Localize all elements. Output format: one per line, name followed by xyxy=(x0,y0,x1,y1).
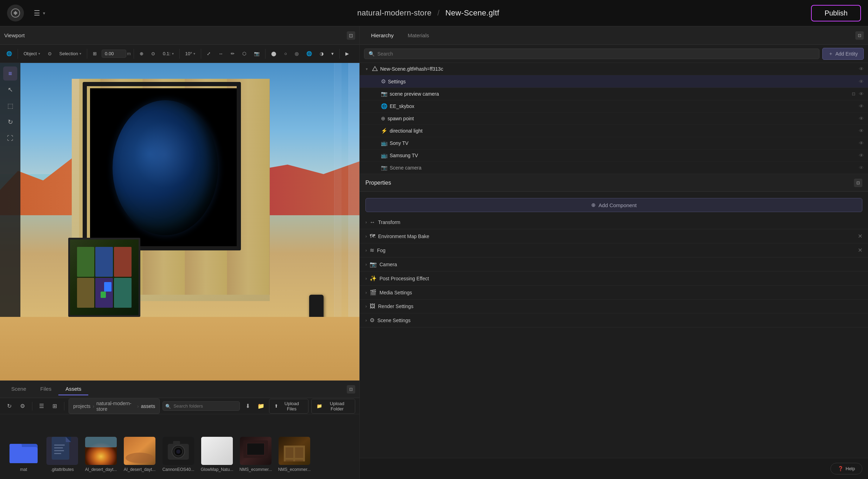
search-icon: 🔍 xyxy=(369,51,375,57)
assets-maximize[interactable]: ⊡ xyxy=(347,385,355,394)
tab-hierarchy[interactable]: Hierarchy xyxy=(364,30,401,41)
hierarchy-item[interactable]: ⊕ spawn point 👁 xyxy=(360,113,868,125)
tool-transform[interactable]: ⬚ xyxy=(3,99,17,113)
search-input[interactable] xyxy=(377,51,815,57)
settings-btn[interactable]: ⚙ xyxy=(17,401,27,412)
hierarchy-item-label: Sony TV xyxy=(390,140,857,146)
sphere-btn[interactable]: ⬤ xyxy=(268,50,279,58)
tab-scene[interactable]: Scene xyxy=(4,383,33,395)
tab-files[interactable]: Files xyxy=(33,383,59,395)
visibility-icon[interactable]: 👁 xyxy=(859,103,864,109)
pen-btn[interactable]: ✏ xyxy=(228,50,237,58)
asset-item[interactable]: mat xyxy=(4,434,43,475)
hierarchy-item[interactable]: 🌐 EE_skybox 👁 xyxy=(360,100,868,113)
transform-btn[interactable]: ⤢ xyxy=(204,50,213,58)
expand-icon xyxy=(373,91,379,97)
svg-rect-9 xyxy=(54,450,64,451)
add-entity-button[interactable]: ＋ Add Entity xyxy=(822,48,864,60)
snap-value-btn[interactable]: 0.1: ▾ xyxy=(160,50,177,58)
more-btn[interactable]: ▾ xyxy=(328,50,337,58)
asset-item[interactable]: AI_desert_dayt... xyxy=(82,434,120,475)
visibility-icon[interactable]: 👁 xyxy=(859,128,864,134)
position-input[interactable] xyxy=(102,50,126,58)
app-logo[interactable] xyxy=(7,5,24,21)
hierarchy-item[interactable]: 📷 Scene camera 👁 xyxy=(360,162,868,174)
expand-icon[interactable]: ▾ xyxy=(364,66,370,72)
menu-toggle[interactable]: ☰ ▾ xyxy=(34,9,45,17)
grid-btn[interactable]: ⊞ xyxy=(90,50,100,58)
visibility-icon[interactable]: 👁 xyxy=(859,140,864,146)
grid-view-btn[interactable]: ⊞ xyxy=(50,401,60,412)
halfmoon-btn[interactable]: ◑ xyxy=(317,50,326,58)
ring-btn[interactable]: ◎ xyxy=(292,50,301,58)
center-btn[interactable]: ⊙ xyxy=(148,50,158,58)
hierarchy-item[interactable]: 📺 Samsung TV 👁 xyxy=(360,149,868,162)
hierarchy-item[interactable]: ⚡ directional light 👁 xyxy=(360,125,868,137)
close-icon[interactable]: ✕ xyxy=(858,247,862,254)
asset-item[interactable]: GlowMap_Natu... xyxy=(198,434,236,475)
list-view-btn[interactable]: ☰ xyxy=(37,401,47,412)
hierarchy-item[interactable]: ⚙ Settings 👁 xyxy=(360,75,868,88)
hierarchy-search[interactable]: 🔍 xyxy=(364,49,819,59)
asset-item[interactable]: AI_desert_dayt... xyxy=(120,434,159,475)
asset-item[interactable]: NMS_ecommer... xyxy=(236,434,275,475)
tool-rotate[interactable]: ↻ xyxy=(3,115,17,129)
close-icon[interactable]: ✕ xyxy=(858,233,862,240)
section-title: Environment Map Bake xyxy=(378,234,855,239)
section-header[interactable]: › 🗺 Environment Map Bake ✕ xyxy=(360,229,868,243)
selection-btn[interactable]: Selection ▾ xyxy=(57,50,84,58)
asset-item[interactable]: .gitattributes xyxy=(43,434,82,475)
asset-item[interactable]: CannonEOS40... xyxy=(159,434,198,475)
viewport-maximize[interactable]: ⊡ xyxy=(347,31,355,40)
asset-item[interactable]: NMS_ecommer... xyxy=(275,434,314,475)
hierarchy-item[interactable]: ▾ New-Scene.gltf#hash=ff313c 👁 xyxy=(360,63,868,75)
section-header[interactable]: › ≋ Fog ✕ xyxy=(360,243,868,257)
upload-folder-icon-btn[interactable]: 📁 xyxy=(256,401,266,412)
tool-scale[interactable]: ⛶ xyxy=(3,131,17,145)
tab-assets[interactable]: Assets xyxy=(58,383,88,395)
angle-btn[interactable]: 10° ▾ xyxy=(183,50,198,58)
help-button[interactable]: ❓ Help xyxy=(830,463,862,474)
hierarchy-maximize[interactable]: ⊡ xyxy=(855,31,864,40)
tool-select[interactable]: ↖ xyxy=(3,83,17,97)
snap-btn[interactable]: ⊕ xyxy=(137,50,146,58)
translate-btn[interactable]: ↔ xyxy=(216,50,226,58)
visibility-icon[interactable]: 👁 xyxy=(859,79,864,84)
chevron-right-icon: › xyxy=(365,304,367,309)
play-btn[interactable]: ▶ xyxy=(343,50,352,58)
properties-title: Properties xyxy=(365,180,854,186)
tool-menu[interactable]: ≡ xyxy=(3,66,17,81)
tab-materials[interactable]: Materials xyxy=(401,30,436,41)
hierarchy-item[interactable]: 📺 Sony TV 👁 xyxy=(360,137,868,149)
section-header[interactable]: › ⚙ Scene Settings xyxy=(360,313,868,327)
property-section-fog: › ≋ Fog ✕ xyxy=(360,243,868,257)
visibility-icon[interactable]: 👁 xyxy=(859,165,864,171)
asset-label: NMS_ecommer... xyxy=(278,467,311,472)
asset-label: NMS_ecommer... xyxy=(240,467,272,472)
properties-maximize[interactable]: ⊡ xyxy=(854,179,862,187)
section-header[interactable]: › 🎬 Media Settings xyxy=(360,286,868,299)
refresh-btn[interactable]: ↻ xyxy=(4,401,14,412)
hierarchy-item[interactable]: 📷 scene preview camera ⊡ 👁 xyxy=(360,88,868,100)
globe-btn[interactable]: 🌐 xyxy=(4,50,15,58)
target-btn[interactable]: ⊙ xyxy=(45,50,55,58)
publish-button[interactable]: Publish xyxy=(811,5,861,21)
download-btn[interactable]: ⬇ xyxy=(243,401,253,412)
section-header[interactable]: › 🖼 Render Settings xyxy=(360,300,868,313)
visibility-icon[interactable]: 👁 xyxy=(859,153,864,158)
section-header[interactable]: › 📷 Camera xyxy=(360,257,868,271)
visibility-icon[interactable]: 👁 xyxy=(859,91,864,97)
shape-btn[interactable]: ⬡ xyxy=(240,50,249,58)
globe2-btn[interactable]: 🌐 xyxy=(304,50,315,58)
section-header[interactable]: › ✨ Post Processing Effect xyxy=(360,272,868,285)
section-header[interactable]: › ↔ Transform xyxy=(360,216,868,229)
circle-btn[interactable]: ○ xyxy=(281,50,290,58)
visibility-icon[interactable]: 👁 xyxy=(859,116,864,121)
upload-folder-btn[interactable]: 📁 Upload Folder xyxy=(311,399,355,414)
upload-files-btn[interactable]: ⬆ Upload Files xyxy=(269,399,308,414)
camera-vp-btn[interactable]: 📷 xyxy=(251,50,262,58)
object-mode-btn[interactable]: Object ▾ xyxy=(21,50,43,58)
visibility-icon[interactable]: 👁 xyxy=(859,66,864,72)
add-component-button[interactable]: ⊕ Add Component xyxy=(365,198,862,212)
search-folders-input[interactable] xyxy=(162,401,240,411)
